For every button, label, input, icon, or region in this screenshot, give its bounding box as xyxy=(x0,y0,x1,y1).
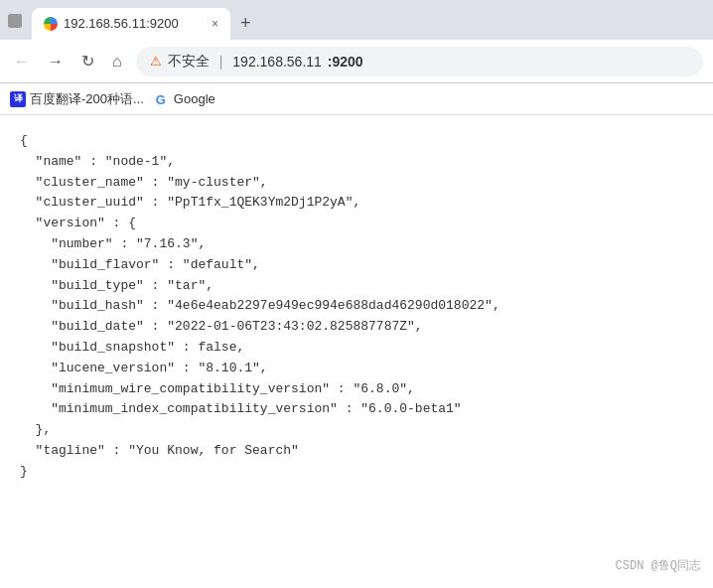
tab-close-button[interactable]: × xyxy=(212,17,218,31)
security-warning-icon: ⚠ xyxy=(150,54,162,69)
browser-chrome: 192.168.56.11:9200 × + ← → ↻ ⌂ ⚠ 不安全 | 1… xyxy=(0,0,713,115)
title-bar: 192.168.56.11:9200 × + xyxy=(0,0,713,40)
json-line: "minimum_index_compatibility_version" : … xyxy=(20,399,693,420)
new-tab-button[interactable]: + xyxy=(230,7,261,40)
json-line: "version" : { xyxy=(20,214,693,234)
content-area: { "name" : "node-1", "cluster_name" : "m… xyxy=(0,115,713,588)
json-line: "build_flavor" : "default", xyxy=(20,255,693,276)
bookmark-baidu-label: 百度翻译-200种语... xyxy=(30,90,144,108)
bookmarks-bar: 译 百度翻译-200种语... G Google xyxy=(0,83,713,115)
json-line: "build_date" : "2022-01-06T23:43:02.8258… xyxy=(20,317,693,338)
watermark: CSDN @鲁Q同志 xyxy=(616,557,701,576)
json-line: "cluster_name" : "my-cluster", xyxy=(20,173,693,194)
url-separator: | xyxy=(219,54,223,70)
url-port: :9200 xyxy=(328,54,363,70)
address-bar: ← → ↻ ⌂ ⚠ 不安全 | 192.168.56.11:9200 xyxy=(0,40,713,83)
json-line: "build_snapshot" : false, xyxy=(20,338,693,359)
home-button[interactable]: ⌂ xyxy=(108,49,126,74)
window-control-btn[interactable] xyxy=(8,14,22,28)
json-line: "tagline" : "You Know, for Search" xyxy=(20,441,693,462)
security-text: 不安全 xyxy=(168,53,210,71)
baidu-icon: 译 xyxy=(10,91,26,107)
url-input[interactable]: ⚠ 不安全 | 192.168.56.11:9200 xyxy=(136,47,703,76)
json-line: "cluster_uuid" : "PpT1fx_1QEK3Ym2Dj1P2yA… xyxy=(20,193,693,214)
refresh-button[interactable]: ↻ xyxy=(77,48,98,74)
active-tab[interactable]: 192.168.56.11:9200 × xyxy=(32,8,230,40)
tab-title: 192.168.56.11:9200 xyxy=(64,16,179,31)
bookmark-google-label: Google xyxy=(174,91,215,106)
json-line: "lucene_version" : "8.10.1", xyxy=(20,359,693,379)
google-icon: G xyxy=(156,92,170,106)
json-line: } xyxy=(20,462,693,483)
back-button[interactable]: ← xyxy=(10,49,34,74)
bookmark-baidu[interactable]: 译 百度翻译-200种语... xyxy=(10,90,144,108)
url-host: 192.168.56.11 xyxy=(232,54,322,70)
json-line: "build_hash" : "4e6e4eab2297e949ec994e68… xyxy=(20,296,693,317)
tab-favicon-icon xyxy=(44,17,58,31)
json-content: { "name" : "node-1", "cluster_name" : "m… xyxy=(20,131,693,483)
json-line: "number" : "7.16.3", xyxy=(20,234,693,255)
forward-button[interactable]: → xyxy=(44,49,68,74)
json-line: "minimum_wire_compatibility_version" : "… xyxy=(20,379,693,400)
window-controls xyxy=(8,14,24,32)
json-line: "build_type" : "tar", xyxy=(20,276,693,297)
json-line: "name" : "node-1", xyxy=(20,152,693,173)
json-line: { xyxy=(20,131,693,152)
bookmark-google[interactable]: G Google xyxy=(156,91,215,106)
json-line: }, xyxy=(20,420,693,441)
tab-bar: 192.168.56.11:9200 × + xyxy=(32,7,705,40)
